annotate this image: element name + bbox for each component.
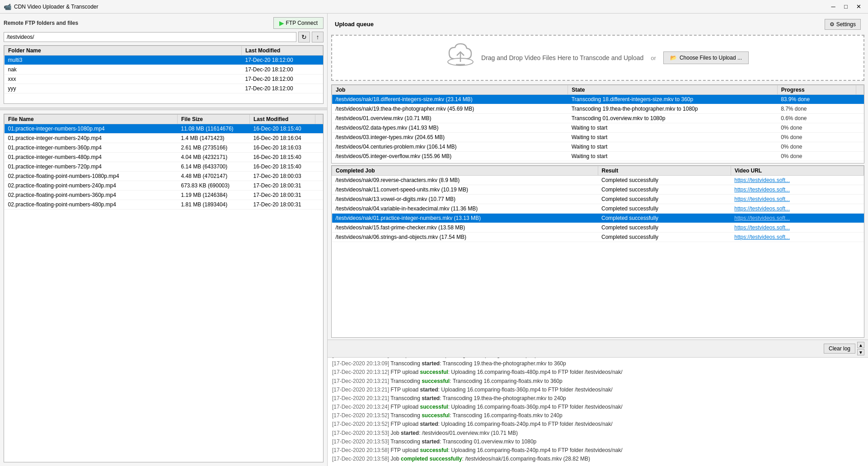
folder-row[interactable]: xxx17-Dec-20 18:12:00 [5,75,323,84]
path-input[interactable] [4,32,296,42]
log-rest: : Uploading 16.comparing-floats-240p.mp4… [438,421,613,427]
job-scroll-cell [856,95,864,104]
file-row[interactable]: 01.practice-integer-numbers-240p.mp41.4 … [5,134,323,143]
log-timestamp: [17-Dec-2020 20:13:52] [332,421,389,427]
file-row[interactable]: 01.practice-integer-numbers-720p.mp46.14… [5,162,323,172]
file-name-cell: 01.practice-integer-numbers-240p.mp4 [5,134,178,143]
log-timestamp: [17-Dec-2020 20:13:21] [332,378,389,384]
job-scroll-cell [856,104,864,114]
log-scroll-up-button[interactable]: ▲ [857,342,864,348]
log-bold: started [420,387,438,393]
log-text: FTP upload [389,404,420,410]
completed-row[interactable]: /testvideos/nak/06.strings-and-objects.m… [332,233,864,242]
url-cell[interactable]: https://testvideos.soft... [731,185,863,195]
video-url-link[interactable]: https://testvideos.soft... [734,177,816,183]
file-scroll-header [315,115,323,124]
file-scroll-cell [315,162,323,172]
path-bar: ↻ ↑ [4,32,324,42]
completed-row[interactable]: /testvideos/nak/01.practice-integer-numb… [332,214,864,223]
log-text: Transcoding [389,395,422,401]
video-url-link[interactable]: https://testvideos.soft... [734,205,816,212]
file-row[interactable]: 01.practice-integer-numbers-360p.mp42.61… [5,143,323,153]
title-bar: 📹 CDN Video Uploader & Transcoder ─ □ ✕ [0,0,868,14]
folder-name-cell: multi3 [5,56,242,65]
file-section: File Name File Size Last Modified 01.pra… [0,110,327,466]
file-row[interactable]: 02.practice-floating-point-numbers-1080p… [5,172,323,181]
log-text: Transcoding [389,378,422,384]
completed-row[interactable]: /testvideos/nak/13.vowel-or-digits.mkv (… [332,195,864,204]
file-row[interactable]: 02.practice-floating-point-numbers-240p.… [5,181,323,191]
log-text: Job [389,430,401,436]
ftp-connect-label: FTP Connect [286,20,318,26]
settings-button[interactable]: ⚙ Settings [825,19,861,30]
log-rest: : Uploading 16.comparing-floats-240p.mp4… [448,447,623,453]
folder-modified-cell: 17-Dec-20 18:12:00 [242,75,323,84]
result-col-header: Result [598,166,731,176]
file-row[interactable]: 02.practice-floating-point-numbers-480p.… [5,200,323,210]
log-scroll-down-button[interactable]: ▼ [857,349,864,355]
ftp-connect-button[interactable]: ▶ FTP Connect [273,17,324,29]
folder-row[interactable]: nak17-Dec-20 18:12:00 [5,65,323,75]
job-cell: /testvideos/nak/18.different-integers-si… [332,95,568,104]
log-text: Transcoding [389,438,422,445]
minimize-button[interactable]: ─ [827,2,839,11]
folder-row[interactable]: multi317-Dec-20 18:12:00 [5,56,323,65]
job-row[interactable]: /testvideos/nak/18.different-integers-si… [332,95,864,104]
choose-files-button[interactable]: 📂 Choose Files to Upload ... [663,51,749,64]
completed-row[interactable]: /testvideos/nak/15.fast-prime-checker.mk… [332,223,864,233]
log-timestamp: [17-Dec-2020 20:13:24] [332,404,389,410]
url-cell[interactable]: https://testvideos.soft... [731,214,863,223]
video-url-link[interactable]: https://testvideos.soft... [734,186,816,193]
refresh-button[interactable]: ↻ [298,32,310,42]
log-entry: [17-Dec-2020 20:13:52] Transcoding succe… [332,411,863,420]
up-button[interactable]: ↑ [312,32,324,42]
settings-label: Settings [836,21,856,28]
completed-row[interactable]: /testvideos/nak/11.convert-speed-units.m… [332,185,864,195]
video-url-link[interactable]: https://testvideos.soft... [734,234,816,240]
url-cell[interactable]: https://testvideos.soft... [731,223,863,233]
job-row[interactable]: /testvideos/01.overview.mkv (10.71 MB)Tr… [332,114,864,123]
file-row[interactable]: 02.practice-floating-point-numbers-360p.… [5,191,323,200]
log-text: FTP upload [389,447,420,453]
maximize-button[interactable]: □ [840,2,852,11]
log-bold: successful [422,378,450,384]
job-row[interactable]: /testvideos/03.integer-types.mkv (204.65… [332,133,864,142]
close-button[interactable]: ✕ [853,2,864,11]
log-bold: started [422,360,440,367]
log-text: FTP upload [389,421,420,427]
job-row[interactable]: /testvideos/02.data-types.mkv (141.93 MB… [332,123,864,133]
log-rest: : Transcoding 16.comparing-floats.mkv to… [450,412,562,419]
folder-row[interactable]: yyy17-Dec-20 18:12:00 [5,84,323,93]
file-size-cell: 1.81 MB (1893404) [178,200,250,210]
url-cell[interactable]: https://testvideos.soft... [731,233,863,242]
file-modified-cell: 17-Dec-20 18:00:03 [250,172,315,181]
drop-zone[interactable]: Drag and Drop Video Files Here to Transc… [331,35,864,81]
completed-row[interactable]: /testvideos/nak/04.variable-in-hexadecim… [332,204,864,214]
file-scroll-cell [315,153,323,162]
job-row[interactable]: /testvideos/05.integer-overflow.mkv (155… [332,152,864,161]
file-row[interactable]: 01.practice-integer-numbers-1080p.mp411.… [5,124,323,134]
state-cell: Transcoding 01.overview.mkv to 1080p [568,114,777,123]
folder-name-cell: xxx [5,75,242,84]
file-size-cell: 1.4 MB (1471423) [178,134,250,143]
clear-log-button[interactable]: Clear log [824,344,855,354]
file-row[interactable]: 01.practice-integer-numbers-480p.mp44.04… [5,153,323,162]
url-cell[interactable]: https://testvideos.soft... [731,204,863,214]
job-col-header: Job [332,85,568,95]
state-cell: Waiting to start [568,142,777,152]
file-size-cell: 4.48 MB (4702147) [178,172,250,181]
url-cell[interactable]: https://testvideos.soft... [731,176,863,185]
video-url-link[interactable]: https://testvideos.soft... [734,224,816,231]
app-icon: 📹 [4,3,11,10]
file-name-cell: 01.practice-integer-numbers-480p.mp4 [5,153,178,162]
job-row[interactable]: /testvideos/04.centuries-problem.mkv (10… [332,142,864,152]
completed-row[interactable]: /testvideos/nak/09.reverse-characters.mk… [332,176,864,185]
progress-cell: 83.9% done [777,95,856,104]
right-panel: Upload queue ⚙ Settings Drag and Drop Vi… [328,14,868,466]
video-url-link[interactable]: https://testvideos.soft... [734,196,816,202]
video-url-link[interactable]: https://testvideos.soft... [734,215,816,221]
folder-modified-cell: 17-Dec-20 18:12:00 [242,65,323,75]
job-row[interactable]: /testvideos/nak/19.thea-the-photographer… [332,104,864,114]
url-cell[interactable]: https://testvideos.soft... [731,195,863,204]
file-modified-cell: 16-Dec-20 18:16:04 [250,134,315,143]
